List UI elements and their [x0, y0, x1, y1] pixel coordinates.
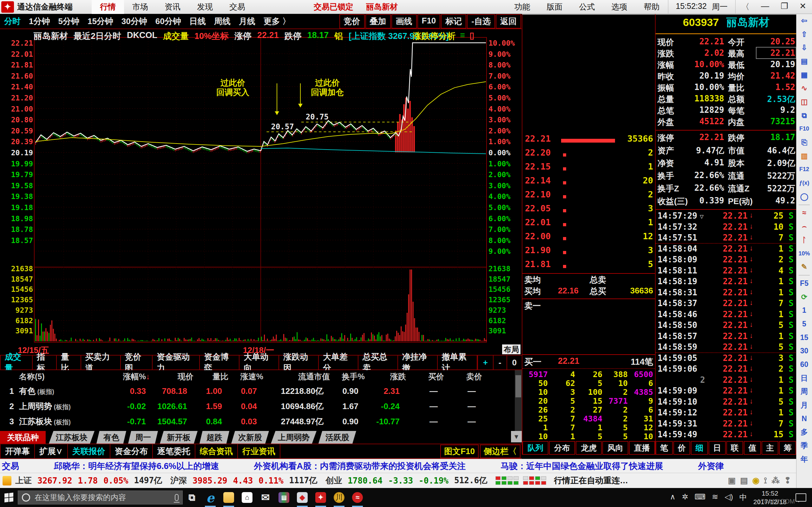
toolbar-button-竞价[interactable]: 竞价 [339, 14, 365, 29]
tab-值[interactable]: 值 [744, 441, 761, 455]
menu-公式[interactable]: 公式 [571, 0, 603, 14]
layout-button[interactable]: 布局 [502, 344, 520, 354]
indicator-ctrl--[interactable]: - [493, 355, 507, 370]
period-tab-日线[interactable]: 日线 [185, 14, 210, 28]
chart-canvas[interactable]: 22.2122.0121.8121.6021.4021.2021.0020.80… [0, 29, 522, 344]
trade-tick-row[interactable]: 14:58:1122.21↓4S [656, 266, 797, 277]
menu-交易[interactable]: 交易 [221, 0, 253, 14]
bid-row[interactable]: 22.011 [522, 217, 656, 231]
toolbar-button-叠加[interactable]: 叠加 [365, 14, 391, 29]
indicator-tab-成交量[interactable]: 成交量 [0, 355, 33, 370]
group-tab-上周弱势[interactable]: 上周弱势 [271, 431, 316, 444]
bid-row[interactable]: 22.2135366 [522, 134, 656, 148]
trade-tick-row[interactable]: 222.21↓1S [656, 375, 797, 386]
link-行业资讯[interactable]: 行业资讯 [238, 444, 281, 458]
trade-tick-row[interactable]: 14:59:4922.21↓15S [656, 430, 797, 441]
trade-tick-row[interactable]: 14:58:0422.21↓1S [656, 244, 797, 255]
bid-row[interactable]: 22.151 [522, 162, 656, 176]
mic-icon[interactable] [175, 494, 179, 501]
ticker-item[interactable]: 马骏：近年中国绿色金融业取得了快速进展 [501, 460, 663, 472]
bid-row[interactable]: 21.903 [522, 245, 656, 259]
period-tab-分时[interactable]: 分时 [0, 14, 25, 28]
trade-tick-row[interactable]: 14:58:3122.21↓1S [656, 288, 797, 298]
group-tabs-more-icon[interactable]: ▼ [511, 431, 522, 442]
f10-label[interactable]: F10 [797, 122, 812, 136]
menu-选项[interactable]: 选项 [603, 0, 636, 14]
period-day[interactable]: 日 [797, 372, 812, 385]
search-input[interactable]: 在这里输入你要搜索的内容 [18, 491, 183, 504]
group-tab-关联品种[interactable]: 关联品种 [0, 431, 46, 444]
action-center-icon[interactable] [796, 493, 806, 502]
minimize-icon[interactable]: — [755, 0, 775, 14]
tab-筹[interactable]: 筹 [779, 441, 796, 455]
task-view-icon[interactable]: ⧉ [183, 488, 201, 507]
period-tab-更多 〉[interactable]: 更多 〉 [259, 14, 295, 28]
link-button-图文F10[interactable]: 图文F10 [440, 445, 478, 458]
tray-expand-icon[interactable]: ∧ [670, 493, 676, 503]
column-header-量比[interactable]: 量比 [194, 372, 229, 382]
gold-app-icon[interactable]: 川 [330, 488, 348, 507]
link-开弹幕[interactable]: 开弹幕 [0, 444, 35, 458]
indicator-tab-大单动向[interactable]: 大单动向 [240, 355, 279, 370]
trade-tick-row[interactable]: 14:58:5722.21↓1S [656, 331, 797, 342]
limit-analysis-label[interactable]: 涨跌停分析 [413, 31, 455, 42]
indicator-tab-总买总卖[interactable]: 总买总卖 [358, 355, 398, 370]
trade-tick-row[interactable]: 14:59:3122.21↓7S [656, 419, 797, 430]
window-icon[interactable]: ▣ [728, 475, 736, 486]
trees-icon[interactable]: ⁂ [771, 475, 780, 486]
group-tab-新开板[interactable]: 新开板 [160, 431, 198, 444]
indicator-tab-量比[interactable]: 量比 [57, 355, 81, 370]
tab-直播[interactable]: 直播 [629, 441, 655, 455]
tab-细[interactable]: 细 [691, 441, 708, 455]
taskbar-clock[interactable]: 15:52 2017/12/18 178448.COM [753, 489, 786, 506]
group-tab-活跃股[interactable]: 活跃股 [318, 431, 356, 444]
toolbar-button-返回[interactable]: 返回 [496, 14, 521, 29]
red-app-icon[interactable]: ◆ [293, 488, 311, 507]
structure-icon[interactable]: ⎘ [797, 135, 812, 149]
period-n[interactable]: N [797, 412, 812, 426]
period-tab-30分钟[interactable]: 30分钟 [117, 14, 151, 28]
tdx-icon[interactable]: ✦ [311, 488, 330, 507]
trade-tick-row[interactable]: 14:58:1922.21↓1S [656, 277, 797, 287]
down-arrow-icon[interactable]: ⇩ [797, 41, 812, 55]
mail-icon[interactable]: ✉ [256, 488, 275, 507]
period-year[interactable]: 年 [797, 452, 812, 466]
red-circle-app-icon[interactable]: ≈ [348, 488, 367, 507]
column-header-名称(5)[interactable]: 名称(5) [0, 372, 105, 382]
trade-tick-row[interactable]: 14:58:4622.21↓1S [656, 309, 797, 320]
area-chart-icon[interactable]: ⌢ [797, 220, 812, 233]
period-15[interactable]: 15 [797, 331, 812, 344]
pct-scale-label[interactable]: 10% [797, 247, 812, 261]
trade-tick-row[interactable]: 14:59:0622.21↓2S [656, 364, 797, 375]
tab-分布[interactable]: 分布 [549, 441, 575, 455]
antenna-icon[interactable]: ⟟ [764, 475, 767, 486]
trade-tick-row[interactable]: 14:59:0522.21↓3S [656, 353, 797, 364]
trade-tick-row[interactable]: 14:58:3722.21↓7S [656, 298, 797, 309]
column-header-买价[interactable]: 买价 [406, 372, 444, 382]
quote-table-icon[interactable]: ▦ [797, 68, 812, 82]
keyboard-icon[interactable]: ⌨ [695, 493, 706, 503]
index-上证[interactable]: 上证3267.921.780.05%1497亿 [15, 475, 162, 486]
kline-icon[interactable]: ◫ [797, 95, 812, 109]
period-multi[interactable]: 多 [797, 426, 812, 439]
list-icon[interactable]: ▤ [740, 475, 748, 486]
ticker-item[interactable]: 外资机构看A股：内需消费驱动带来的投资机会将受关注 [254, 460, 466, 472]
trade-tick-row[interactable]: 14:59:1222.21↓1S [656, 408, 797, 418]
link-关联报价[interactable]: 关联报价 [68, 444, 110, 458]
trade-tick-row[interactable]: 14:58:5922.21↓5S [656, 342, 797, 353]
file-explorer-icon[interactable] [219, 488, 238, 507]
tab-价[interactable]: 价 [673, 441, 691, 455]
menu-资讯[interactable]: 资讯 [156, 0, 189, 14]
edge-icon[interactable]: e [201, 488, 219, 507]
menu-功能[interactable]: 功能 [506, 0, 539, 14]
report-icon[interactable]: ▤ [797, 55, 812, 68]
news-icon[interactable]: ⧉ [797, 109, 812, 122]
group-tab-江苏板块[interactable]: 江苏板块 [49, 431, 95, 444]
tab-笔[interactable]: 笔 [656, 441, 673, 455]
tab-风向[interactable]: 风向 [602, 441, 628, 455]
indicator-tab-涨跌动因[interactable]: 涨跌动因 [279, 355, 319, 370]
group-tab-次新股[interactable]: 次新股 [231, 431, 269, 444]
indicator-tab-竞价图[interactable]: 竞价图 [121, 355, 153, 370]
candle-vol-icon[interactable]: ᛚ [797, 233, 812, 247]
volume-icon[interactable]: ◁) [724, 493, 733, 503]
